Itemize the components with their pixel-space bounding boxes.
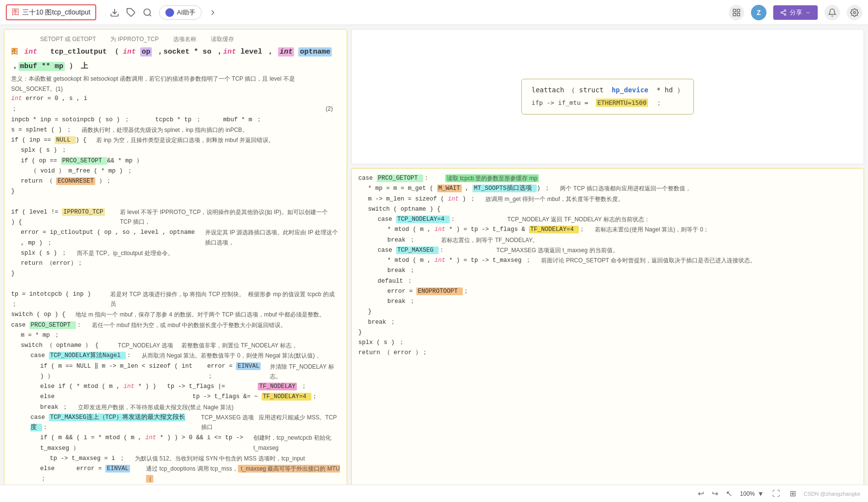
line28: if ( m && ( i = * mtod ( m , int * ) ) >… <box>11 433 244 454</box>
grid-view-button[interactable]: ⊞ <box>788 488 798 499</box>
search-button[interactable] <box>143 8 152 17</box>
line19: case PRCO_SETOPT ： <box>11 320 82 330</box>
line22-group: case TCP_NODELAY算法Nagel ： 从而取消 Negal 算法。… <box>11 351 340 361</box>
line8: return （ ECONNRESET ）； <box>11 176 340 186</box>
avatar[interactable]: Z <box>751 5 766 20</box>
line18-comment: 地址 m 指向一个 mbuf，保存了形参 4 的数据。对于两个 TCP 插口选项… <box>75 310 325 320</box>
svg-line-10 <box>782 13 784 14</box>
more-button[interactable] <box>208 8 217 17</box>
annotations-row: SETOPT 或 GETOPT 为 IPPROTO_TCP 选项名称 读取缓存 <box>11 34 340 44</box>
line5: splx ( s ) ； <box>11 145 340 156</box>
cursor-button[interactable]: ↖ <box>724 488 734 499</box>
left-panel: SETOPT 或 GETOPT 为 IPPROTO_TCP 选项名称 读取缓存 … <box>4 29 347 498</box>
line9: } <box>11 186 340 197</box>
line21-comment: TCP_NODELAY 选项 若整数值非零，则置位 TF_NODELAY 标志， <box>108 341 297 351</box>
line14: return （error）； <box>11 258 340 269</box>
line27: case TCP_MAXSEG连上（TCP）将发送的最大报文段长度 ： <box>11 413 191 433</box>
line21: switch （ optname ） { <box>11 341 99 351</box>
svg-point-12 <box>853 11 856 14</box>
line30: else error = EINVAL ； <box>11 464 136 485</box>
rb-line2-group: * mp = m = m_get ( M_WAIT , MT_SOOPTS插口选… <box>358 184 857 194</box>
svg-rect-5 <box>733 13 736 15</box>
line3-group: s = splnet ( ) ； 函数执行时，处理器优先级设为 splnet，i… <box>11 125 340 135</box>
rb-line3: m -> m_len = sizeof ( int ) ； <box>358 194 476 204</box>
settings-button[interactable] <box>847 5 862 20</box>
rb-line11: default ： <box>358 276 857 287</box>
line29-comment: 为默认值 512。当收到对端 SYN 中包含的 MSS 选项时，tcp_inpu… <box>135 454 305 464</box>
float-box: leattach （ struct hp_device * hd ） ifp -… <box>521 79 694 115</box>
line22: case TCP_NODELAY算法Nagel ： <box>11 351 132 361</box>
bottom-toolbar: ↩ ↪ ↖ 100% ▾ ⛶ ⊞ CSDN @zhangzhangke <box>0 485 868 502</box>
line20: m = * mp ； <box>11 330 340 341</box>
rb-line9: * mtod ( m , int * ) = tp -> t_maxseg ； <box>358 256 531 266</box>
rb-line14: } <box>358 307 857 317</box>
share-label: 分享 <box>790 8 802 17</box>
rb-line9-comment: 前面讨论 PRCO_SETOPT 命令时曾提到，返回值取决于插口是否已进入连接状… <box>541 256 756 266</box>
line12-comment: 并设定其 IP 源选路插口选项。此时应由 IP 处理这个插口选项， <box>205 228 340 248</box>
rb-line17: splx ( s ) ； <box>358 338 857 348</box>
ai-assistant-button[interactable]: AI助手 <box>159 5 202 20</box>
line13-comment: 而不是 TCP。ip_ctloutput 处理命令。 <box>77 248 174 258</box>
svg-line-11 <box>782 11 784 12</box>
line19-comment: 若任一个 mbuf 指针为空，或 mbuf 中的数据长度小于整数大小则返回错误。 <box>92 320 287 330</box>
line23-right: error = EINVAL ； 并清除 TF_NODELAY 标志。 <box>207 361 340 382</box>
line12-group: error = ip_ctloutput ( op , so , level ,… <box>11 228 340 248</box>
line30-group: else error = EINVAL ； 通过 tcp_dooptions 调… <box>11 464 340 485</box>
rb-line6-comment: 若标志未置位(使用 Nagel 算法)，则等于 0； <box>595 225 709 235</box>
line29-group: tp -> t_maxseg = i ； 为默认值 512。当收到对端 SYN … <box>11 454 340 464</box>
zoom-dropdown-button[interactable]: ▾ <box>757 488 765 499</box>
topbar-right: Z 分享 <box>729 5 862 20</box>
svg-rect-3 <box>733 9 736 12</box>
share-button[interactable]: 分享 <box>773 5 818 20</box>
undo-button[interactable]: ↩ <box>696 488 706 499</box>
rb-line5-group: case TCP_NODELAY=4 ： TCP_NODELAY 返回 TF_N… <box>358 215 857 225</box>
main-content: SETOPT 或 GETOPT 为 IPPROTO_TCP 选项名称 读取缓存 … <box>0 25 868 502</box>
line10 <box>11 197 340 207</box>
rb-line1-group: case PRCO_GETOPT ： 读取 tcpcb 里的参数至形参缓存 mp <box>358 173 857 184</box>
rb-line1-comment: 读取 tcpcb 里的参数至形参缓存 mp <box>439 173 539 184</box>
rb-line1: case PRCO_GETOPT ： <box>358 173 429 184</box>
option-name-annotation: 选项名称 <box>173 34 196 44</box>
topbar: 图 三十10 图tcp_ctloutput AI助手 Z <box>0 0 868 25</box>
line21-group: switch （ optname ） { TCP_NODELAY 选项 若整数值… <box>11 341 340 351</box>
line15: } <box>11 269 340 279</box>
line26: break ； <box>11 402 68 413</box>
line23-group: if ( m == NULL ‖ m -> m_len < sizeof ( i… <box>11 361 340 382</box>
author-tag: CSDN @zhangzhangke <box>804 491 860 497</box>
svg-point-8 <box>781 12 783 14</box>
book-icon: 图 <box>12 7 19 17</box>
float-code-line: ifp -> if_mtu = ETHERMTU=1500 ； <box>531 99 684 107</box>
rb-line7-group: break ； 若标志置位，则等于 TF_NODELAY。 <box>358 235 857 245</box>
download-button[interactable] <box>110 8 119 17</box>
line17: tp = intotcpcb ( inp ) ； <box>11 289 101 310</box>
read-buf-annotation: 读取缓存 <box>211 34 234 44</box>
svg-rect-4 <box>737 9 740 12</box>
line27-comment: TCP_MAXSEG 选项 应用进程只能减少 MSS。TCP 插口 <box>201 413 340 433</box>
line18: switch ( op ) { <box>11 310 66 320</box>
rb-line12: error = ENOPROTOOPT ； <box>358 287 857 297</box>
redo-button[interactable]: ↪ <box>710 488 720 499</box>
ai-label: AI助手 <box>177 8 195 17</box>
line26-comment: 立即发送用户数据，不等待形成最大报文段(禁止 Nagle 算法) <box>78 402 234 413</box>
rb-line9-group: * mtod ( m , int * ) = tp -> t_maxseg ； … <box>358 256 857 266</box>
svg-point-7 <box>784 10 786 12</box>
line24: else if ( * mtod ( m , int * ) ) tp -> t… <box>11 382 340 392</box>
line17-comment: 若是对 TCP 选项进行操作，tp 将指向 TCP 控制块。 根据形参 mp 的… <box>110 289 340 310</box>
tag-button[interactable] <box>126 8 136 17</box>
line2: inpcb * inp = sotoinpcb ( so ) ； tcpcb *… <box>11 115 340 125</box>
line30-comment: 通过 tcp_dooptions 调用 tcp_mss， t_maxseg 最高… <box>146 464 340 485</box>
rb-line15: break ； <box>358 317 857 328</box>
line6: if ( op == PRCO_SETOPT && * mp ） <box>11 156 340 166</box>
tab-item[interactable]: 图 三十10 图tcp_ctloutput <box>6 4 96 20</box>
line28-group: if ( m && ( i = * mtod ( m , int * ) ) >… <box>11 433 340 454</box>
notification-button[interactable] <box>824 5 840 20</box>
fullscreen-button[interactable]: ⛶ <box>770 488 782 499</box>
right-top-panel: leattach （ struct hp_device * hd ） ifp -… <box>351 29 864 164</box>
grid-icon-button[interactable] <box>729 5 744 20</box>
rb-line7-comment: 若标志置位，则等于 TF_NODELAY。 <box>425 235 538 245</box>
line16 <box>11 279 340 289</box>
svg-line-2 <box>149 14 151 16</box>
desc1: 意义：本函数被 getsockopt 和 setsockopt 函数调用，若它们… <box>11 74 340 94</box>
line3-comment: 函数执行时，处理器优先级设为 splnet，inp 指向插口的 inPCB。 <box>82 125 248 135</box>
zoom-value: 100% <box>740 490 755 497</box>
